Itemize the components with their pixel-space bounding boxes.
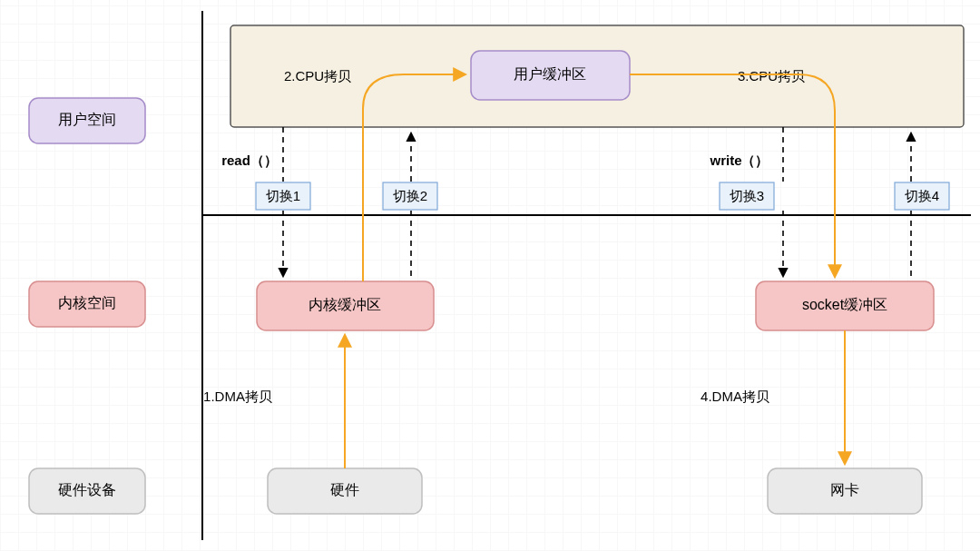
node-nic: 网卡 xyxy=(768,468,922,514)
row-label-hardware-text: 硬件设备 xyxy=(58,482,116,497)
row-label-user-space-text: 用户空间 xyxy=(58,112,116,127)
switch-1: 切换1 xyxy=(256,182,310,210)
row-label-kernel-space-text: 内核空间 xyxy=(58,295,116,310)
node-socket-buffer-text: socket缓冲区 xyxy=(802,297,887,312)
row-label-kernel-space: 内核空间 xyxy=(29,281,145,327)
node-kernel-buffer: 内核缓冲区 xyxy=(257,281,434,330)
switch-1-text: 切换1 xyxy=(266,188,300,203)
node-hardware: 硬件 xyxy=(268,468,422,514)
switch-2: 切换2 xyxy=(383,182,437,210)
node-hardware-text: 硬件 xyxy=(330,482,359,497)
switch-4-text: 切换4 xyxy=(905,188,939,203)
syscall-read-label: read（） xyxy=(221,153,278,168)
row-label-user-space: 用户空间 xyxy=(29,98,145,143)
switch-4: 切换4 xyxy=(895,182,949,210)
copy-label-3: 3.CPU拷贝 xyxy=(738,68,805,84)
switch-2-text: 切换2 xyxy=(393,188,427,203)
node-socket-buffer: socket缓冲区 xyxy=(756,281,934,330)
switch-3-text: 切换3 xyxy=(730,188,764,203)
node-user-buffer-text: 用户缓冲区 xyxy=(514,66,586,82)
row-label-hardware: 硬件设备 xyxy=(29,468,145,514)
node-nic-text: 网卡 xyxy=(830,482,859,497)
node-user-buffer: 用户缓冲区 xyxy=(471,51,630,100)
copy-label-2: 2.CPU拷贝 xyxy=(284,68,351,84)
switch-3: 切换3 xyxy=(720,182,774,210)
copy-label-1: 1.DMA拷贝 xyxy=(203,389,272,404)
syscall-write-label: write（） xyxy=(709,153,769,168)
copy-label-4: 4.DMA拷贝 xyxy=(701,389,769,404)
node-kernel-buffer-text: 内核缓冲区 xyxy=(309,297,381,312)
